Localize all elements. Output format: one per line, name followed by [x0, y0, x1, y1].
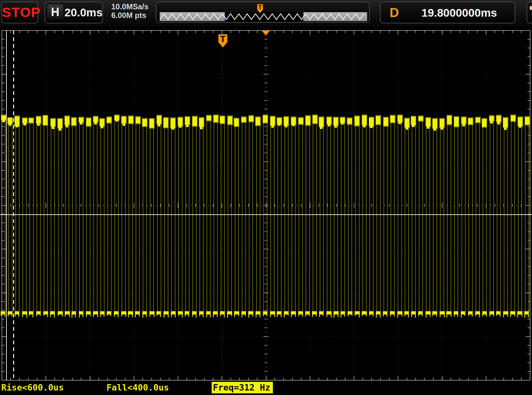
horizontal-reference-line [0, 214, 532, 215]
dashed-cursor-line[interactable] [13, 30, 14, 380]
delay-label: D [390, 5, 399, 20]
menu-stub-icon [530, 6, 532, 10]
memory-depth: 6.00M pts [111, 11, 148, 20]
trigger-menu-stub[interactable] [527, 2, 532, 23]
delay-value: 19.8000000ms [410, 5, 509, 21]
overview-waveform-icon [160, 12, 367, 21]
waveform-position-strip[interactable]: T [156, 2, 370, 23]
delay-panel[interactable]: D 19.8000000ms [380, 2, 515, 23]
strip-trigger-flag-icon[interactable]: T [257, 4, 263, 13]
memory-overview-bar[interactable] [160, 12, 367, 21]
timebase-value: 20.0ms [64, 4, 100, 21]
horizontal-timebase-panel[interactable]: H 20.0ms [45, 2, 103, 23]
sample-rate: 10.0MSa/s [111, 2, 148, 11]
screen-center-marker-icon [262, 30, 270, 36]
acquisition-info: 10.0MSa/s 6.00M pts [111, 2, 148, 20]
vertical-reference-line [6, 30, 7, 380]
measurement-rise[interactable]: Rise<600.0us [1, 382, 64, 393]
display-area: T Rise<600.0us Fall<400.0us Freq=312 Hz [0, 26, 532, 395]
measurement-fall[interactable]: Fall<400.0us [106, 382, 169, 393]
run-stop-button[interactable]: STOP [1, 2, 38, 23]
measurement-freq[interactable]: Freq=312 Hz [212, 382, 273, 393]
measurement-row: Rise<600.0us Fall<400.0us Freq=312 Hz [0, 382, 532, 394]
top-status-bar: STOP H 20.0ms 10.0MSa/s 6.00M pts T D 19… [0, 0, 532, 27]
horizontal-label: H [47, 4, 63, 20]
graticule-waveform-canvas [0, 26, 532, 395]
